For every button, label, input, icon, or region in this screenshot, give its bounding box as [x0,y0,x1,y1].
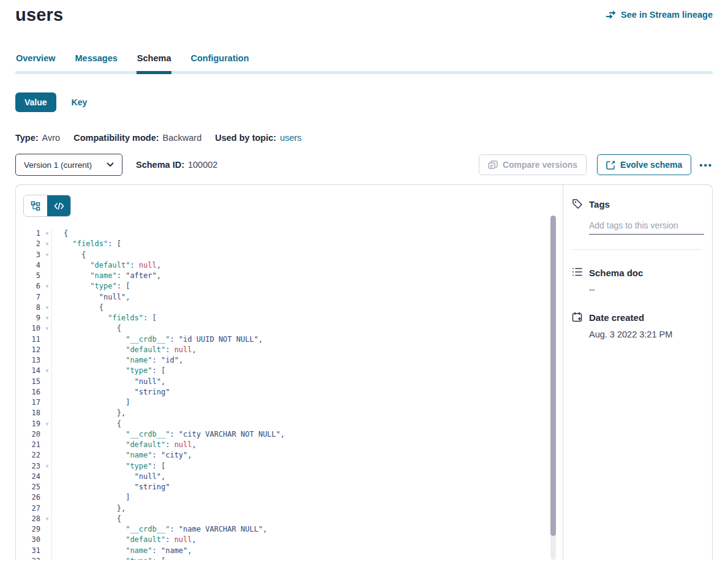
version-select[interactable]: Version 1 (current) [15,154,122,176]
code-text: { [51,419,121,429]
schema-panel: 1▼{2▼ "fields": [3▼ {4 "default": null,5… [15,184,713,560]
tab-configuration[interactable]: Configuration [190,48,249,71]
code-text: "__crdb__": "city VARCHAR NOT NULL", [51,429,285,440]
line-number: 30 [21,535,43,545]
date-created-value: Aug. 3 2022 3:21 PM [589,329,702,339]
value-toggle-button[interactable]: Value [15,92,56,112]
code-text: }, [51,503,126,514]
line-number: 12 [21,345,43,355]
code-text: { [51,250,86,260]
editor-scrollbar-thumb[interactable] [550,216,556,536]
code-line: 23▼ "type": [ [21,461,563,472]
code-text: "string" [51,387,170,397]
schema-controls-row: Version 1 (current) Schema ID: 100002 Co… [15,154,713,176]
code-line: 13 "name": "id", [21,355,563,366]
value-key-toggle: Value Key [15,92,713,112]
fold-toggle-icon [43,397,51,408]
line-number: 4 [21,260,43,271]
line-number: 20 [21,429,43,440]
line-number: 9 [21,313,43,323]
meta-used-by-topic: Used by topic: users [215,133,301,143]
tab-schema[interactable]: Schema [137,48,172,71]
line-number: 11 [21,334,43,345]
fold-toggle-icon[interactable]: ▼ [43,250,51,260]
tags-heading: Tags [589,199,610,209]
calendar-plus-icon [572,312,583,323]
tab-bar: Overview Messages Schema Configuration [15,48,713,74]
code-text: "__crdb__": "name VARCHAR NULL", [51,524,267,535]
date-created-heading: Date created [589,312,644,323]
line-number: 29 [21,524,43,535]
code-text: "type": [ [51,461,165,472]
code-text: { [51,323,121,334]
fold-toggle-icon[interactable]: ▼ [43,313,51,323]
fold-toggle-icon[interactable]: ▼ [43,366,51,376]
fold-toggle-icon[interactable]: ▼ [43,514,51,524]
fold-toggle-icon[interactable]: ▼ [43,228,51,239]
code-text: ] [51,397,130,408]
tab-overview[interactable]: Overview [15,48,56,71]
code-text: "string" [51,482,170,492]
code-line: 22 "name": "city", [21,450,563,461]
code-text: "type": [ [51,281,130,292]
fold-toggle-icon[interactable]: ▼ [43,419,51,429]
see-in-stream-lineage-label: See in Stream lineage [621,10,713,20]
tree-view-button[interactable] [24,195,47,216]
code-line: 7 "null", [21,292,563,303]
schema-doc-value: -- [589,285,702,295]
line-number: 1 [21,228,43,239]
line-number: 22 [21,450,43,461]
code-text: "fields": [ [51,313,157,323]
code-line: 1▼{ [21,228,563,239]
more-options-button[interactable]: ••• [699,160,713,170]
line-number: 23 [21,461,43,472]
schema-doc-heading-row: Schema doc [572,267,702,278]
fold-toggle-icon [43,377,51,387]
line-number: 3 [21,250,43,260]
evolve-schema-button[interactable]: Evolve schema [597,154,691,175]
line-number: 17 [21,397,43,408]
fold-toggle-icon [43,292,51,303]
schema-id: Schema ID: 100002 [136,160,217,170]
code-view-button[interactable] [47,195,70,216]
code-line: 18 }, [21,408,563,418]
add-tags-input[interactable] [589,219,704,235]
fold-toggle-icon [43,472,51,482]
tab-messages[interactable]: Messages [75,48,118,71]
fold-toggle-icon[interactable]: ▼ [43,281,51,292]
fold-toggle-icon[interactable]: ▼ [43,303,51,313]
code-text: "name": "name", [51,546,192,556]
fold-toggle-icon[interactable]: ▼ [43,461,51,472]
fold-toggle-icon [43,535,51,545]
used-by-topic-link[interactable]: users [280,133,301,143]
line-number: 15 [21,377,43,387]
code-line: 16 "string" [21,387,563,397]
line-number: 7 [21,292,43,303]
code-text: "fields": [ [51,239,121,249]
code-line: 24 "null", [21,472,563,482]
code-line: 21 "default": null, [21,440,563,450]
schema-meta-row: Type: Avro Compatibility mode: Backward … [15,133,713,143]
compare-versions-button[interactable]: Compare versions [479,154,587,175]
schema-page: users See in Stream lineage Overview Mes… [0,0,728,561]
key-toggle-button[interactable]: Key [72,97,88,107]
meta-type-value: Avro [42,133,61,143]
fold-toggle-icon[interactable]: ▼ [43,323,51,334]
code-line: 5 "name": "after", [21,271,563,281]
line-number: 25 [21,482,43,492]
fold-toggle-icon[interactable]: ▼ [43,239,51,249]
code-line: 8▼ { [21,303,563,313]
see-in-stream-lineage-link[interactable]: See in Stream lineage [606,10,713,20]
fold-toggle-icon[interactable]: ▼ [43,556,51,560]
code-line: 6▼ "type": [ [21,281,563,292]
line-number: 13 [21,355,43,366]
fold-toggle-icon [43,345,51,355]
code-text: "default": null, [51,345,197,355]
compare-versions-icon [488,160,498,170]
line-number: 32 [21,556,43,560]
code-line: 9▼ "fields": [ [21,313,563,323]
schema-code-editor[interactable]: 1▼{2▼ "fields": [3▼ {4 "default": null,5… [21,228,563,560]
tag-icon [572,198,583,209]
meta-used-by-topic-label: Used by topic: [215,133,276,143]
schema-sidebar: Tags [563,185,712,560]
